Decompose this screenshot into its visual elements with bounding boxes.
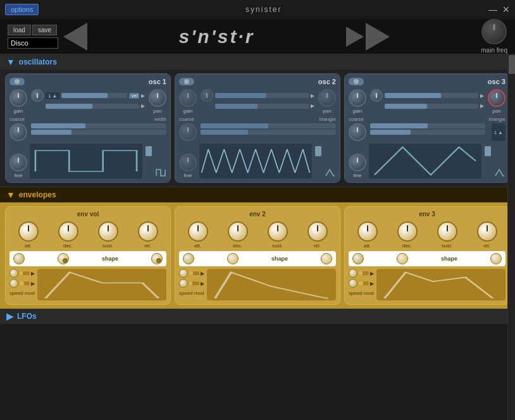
env-vol-title: env vol (9, 211, 166, 218)
env-3-mini-knob-2[interactable] (349, 279, 357, 288)
osc-2-slider-1[interactable] (215, 93, 309, 98)
arrow-right-1[interactable]: ▶ (141, 93, 145, 99)
osc-3-coarse-slider-2[interactable] (370, 130, 485, 135)
waveform-type-2-icon[interactable] (325, 167, 336, 178)
env-vol-dec-knob[interactable] (58, 221, 78, 242)
env-2-speed-mod-label: speed mod (179, 290, 204, 296)
env-vol-shape-knob-mid[interactable] (58, 253, 69, 264)
osc-3-coarse-slider-1[interactable] (370, 123, 485, 128)
env-3-att-knob[interactable] (357, 221, 378, 242)
waveform-type-icon[interactable] (155, 167, 166, 178)
osc-3-gain-knob[interactable] (349, 89, 366, 107)
load-button[interactable]: load (8, 25, 31, 35)
osc-1-coarse-row (9, 123, 166, 141)
osc-1-fine-knob[interactable] (9, 154, 27, 171)
env-2-shape-knob-right[interactable] (321, 253, 332, 264)
osc-3-vert-slider[interactable] (484, 144, 492, 178)
arrow-right-osc3-1[interactable]: ▶ (480, 93, 484, 99)
osc-2-coarse-slider-2[interactable] (201, 130, 336, 135)
osc-3-toggle[interactable] (349, 78, 364, 85)
main-freq-knob[interactable] (481, 19, 507, 44)
env-2-mini-knob-2[interactable] (179, 279, 188, 288)
env-2-mini-arrow-1[interactable]: ▶ (201, 271, 204, 276)
env-2-mini-slider-2[interactable] (189, 281, 199, 285)
arrow-right-osc2-2[interactable]: ▶ (311, 103, 314, 109)
env-3-mini-arrow-2[interactable]: ▶ (370, 281, 374, 287)
save-button[interactable]: save (32, 25, 57, 35)
env-grid: env vol att. dec. sust. (5, 206, 510, 305)
env-3-shape-knob-right[interactable] (490, 253, 502, 264)
waveform-type-3-icon[interactable] (494, 167, 506, 178)
arrow-right-2[interactable]: ▶ (141, 103, 145, 109)
env-vol-mini-arrow-1[interactable]: ▶ (31, 271, 35, 276)
osc-1-coarse-knob[interactable] (9, 123, 27, 141)
osc-2-waveform (199, 144, 312, 178)
osc-1-coarse-slider-1[interactable] (31, 123, 166, 128)
env-2-rel-knob[interactable] (307, 221, 328, 242)
osc-1-coarse-slider-2[interactable] (31, 130, 166, 135)
env-3-mini-knob-1[interactable] (349, 269, 357, 278)
env-2-title: env 2 (179, 211, 336, 218)
osc-3-pan-dial[interactable] (488, 89, 506, 107)
osc-2-vert-slider[interactable] (314, 144, 322, 178)
arrow-right-osc2-1[interactable]: ▶ (311, 93, 314, 99)
osc-3-coarse-knob[interactable] (349, 123, 366, 141)
osc-1-gain-knob[interactable] (9, 89, 27, 107)
env-2-mini-knob-1[interactable] (179, 269, 188, 278)
preset-input[interactable] (8, 37, 58, 49)
osc-1-slider-2[interactable] (46, 104, 139, 109)
env-3-mini-slider-2[interactable] (359, 281, 369, 285)
env-3-dec-knob[interactable] (397, 221, 418, 242)
close-button[interactable]: ✕ (502, 4, 510, 15)
env-2-mini-arrow-2[interactable]: ▶ (201, 281, 204, 287)
osc-2-slider-2[interactable] (215, 104, 309, 109)
env-2-shape-knob-left[interactable] (183, 253, 194, 264)
osc-1-vert-slider[interactable] (145, 144, 152, 178)
env-vol-mini-slider-2[interactable] (20, 281, 30, 285)
osc-2-coarse-knob[interactable] (179, 123, 197, 141)
osc-2-pan-group: pan (318, 89, 336, 114)
env-2-shape-knob-mid[interactable] (227, 253, 239, 264)
env-3-shape-knob-left[interactable] (352, 253, 364, 264)
env-2-att-knob[interactable] (188, 221, 208, 242)
osc-2-pan-knob[interactable] (201, 89, 213, 102)
env-vol-sust-knob[interactable] (98, 221, 118, 242)
env-vol-shape-knob-right[interactable] (151, 253, 163, 264)
env-2-dec-knob[interactable] (228, 221, 248, 242)
osc-2-gain-knob[interactable] (179, 89, 197, 107)
options-button[interactable]: options (5, 4, 39, 15)
env-vol-mini-knob-2[interactable] (9, 279, 18, 288)
osc-2-pan-dial[interactable] (318, 89, 336, 107)
env-2-sust-knob[interactable] (268, 221, 288, 242)
env-vol-mini-knob-1[interactable] (9, 269, 18, 278)
osc-3-arrow-up[interactable]: ▲ (498, 130, 503, 135)
env-3-sust-knob[interactable] (437, 221, 457, 242)
osc-1-toggle[interactable] (9, 78, 25, 85)
osc-2-toggle[interactable] (179, 78, 194, 85)
osc-1-slider-1[interactable] (61, 93, 127, 98)
osc-1-pan-knob[interactable] (31, 89, 44, 102)
env-vol-rel-knob[interactable] (138, 221, 158, 242)
env-3-rel-knob[interactable] (477, 221, 497, 242)
osc-2-fine-knob[interactable] (179, 154, 197, 171)
env-3-mini-arrow-1[interactable]: ▶ (370, 271, 374, 276)
osc-3-slider-1[interactable] (385, 93, 478, 98)
minimize-button[interactable]: — (488, 4, 497, 15)
osc-1-arrow-up[interactable]: ▲ (52, 93, 57, 99)
env-vol-mini-slider-1[interactable] (20, 271, 30, 275)
env-vol-shape-knob-left[interactable] (13, 253, 25, 264)
env-2-mini-slider-1[interactable] (189, 271, 199, 275)
env-vol-mini-arrow-2[interactable]: ▶ (31, 281, 35, 287)
osc-3-slider-2[interactable] (385, 104, 478, 109)
scrollbar-thumb[interactable] (509, 55, 515, 74)
vel-button[interactable]: Vel (129, 93, 139, 99)
env-vol-att-knob[interactable] (18, 221, 39, 242)
osc-3-pan-knob[interactable] (370, 89, 383, 102)
osc-3-fine-knob[interactable] (349, 154, 366, 171)
env-3-mini-slider-1[interactable] (359, 271, 369, 275)
osc-1-pan-dial[interactable] (149, 89, 166, 107)
env-3-shape-knob-mid[interactable] (397, 253, 408, 264)
osc-2-coarse-slider-1[interactable] (201, 123, 336, 128)
scrollbar[interactable] (507, 54, 515, 420)
arrow-right-osc3-2[interactable]: ▶ (480, 103, 484, 109)
